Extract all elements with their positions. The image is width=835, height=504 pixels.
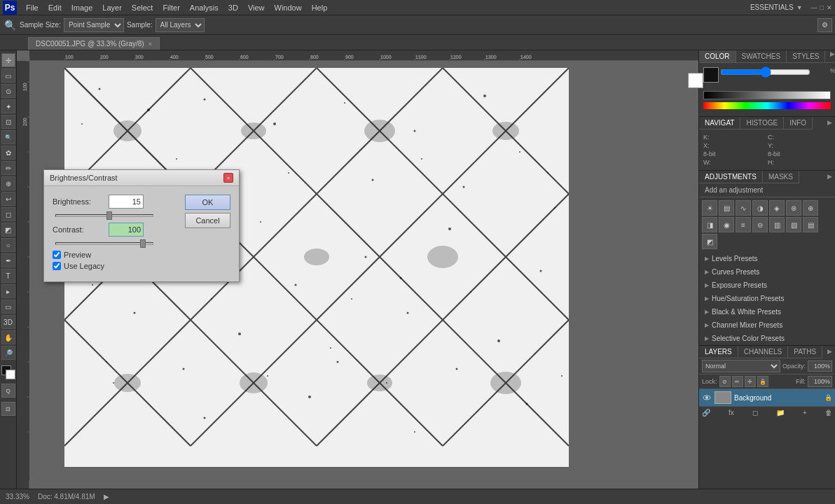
adj-icon-posterize[interactable]: ▥ — [769, 217, 785, 232]
maximize-btn[interactable]: □ — [820, 4, 824, 11]
lock-image-btn[interactable]: ✏ — [732, 376, 743, 387]
brightness-slider-container[interactable] — [53, 214, 172, 217]
foreground-swatch[interactable] — [703, 67, 719, 83]
adj-icon-threshold[interactable]: ▧ — [786, 217, 801, 232]
layer-background[interactable]: Background 🔒 — [699, 389, 835, 406]
menu-image[interactable]: Image — [67, 2, 98, 13]
layer-group-btn[interactable]: 📁 — [776, 409, 785, 416]
quick-mask-btn[interactable]: Q — [1, 384, 15, 398]
adj-item-3[interactable]: ▶ Hue/Saturation Presets — [699, 292, 835, 305]
preview-checkbox[interactable] — [53, 251, 61, 259]
brightness-input[interactable] — [109, 195, 144, 209]
adj-icon-gradient-map[interactable]: ▤ — [803, 217, 818, 232]
dialog-titlebar[interactable]: Brightness/Contrast × — [44, 170, 239, 186]
adj-icon-invert[interactable]: ⊖ — [752, 217, 768, 232]
tool-clone-stamp[interactable]: ⊕ — [1, 176, 15, 190]
sample-select[interactable]: All Layers — [156, 18, 205, 32]
tab-paths[interactable]: PATHS — [788, 346, 822, 358]
tool-hand[interactable]: ✋ — [1, 330, 15, 344]
adj-item-1[interactable]: ▶ Curves Presets — [699, 265, 835, 279]
background-swatch[interactable] — [688, 73, 703, 88]
adj-item-6[interactable]: ▶ Selective Color Presets — [699, 332, 835, 345]
adj-icon-curves[interactable]: ∿ — [736, 200, 751, 216]
tab-histogram[interactable]: HISTOGE — [740, 117, 784, 130]
sample-size-select[interactable]: Point Sample — [64, 18, 124, 32]
ok-button[interactable]: OK — [185, 195, 230, 210]
brightness-slider-thumb[interactable] — [106, 211, 112, 220]
contrast-slider-container[interactable] — [53, 242, 172, 245]
menu-select[interactable]: Select — [127, 2, 158, 13]
adjustments-panel-arrow[interactable]: ▶ — [824, 171, 835, 183]
tool-rectangle-select[interactable]: ▭ — [1, 69, 15, 83]
layer-link-btn[interactable]: 🔗 — [702, 409, 710, 416]
layer-new-btn[interactable]: + — [803, 409, 807, 416]
slider-s[interactable] — [720, 69, 810, 75]
menu-edit[interactable]: Edit — [43, 2, 67, 13]
tool-type[interactable]: T — [1, 269, 15, 283]
menu-layer[interactable]: Layer — [97, 2, 127, 13]
adj-icon-colorbalance[interactable]: ⊕ — [803, 200, 818, 216]
tab-adjustments[interactable]: ADJUSTMENTS — [699, 171, 763, 183]
layers-panel-arrow[interactable]: ▶ — [824, 346, 835, 358]
menu-view[interactable]: View — [243, 2, 270, 13]
adj-item-4[interactable]: ▶ Black & White Presets — [699, 305, 835, 318]
tool-magic-wand[interactable]: ✦ — [1, 99, 15, 113]
tool-eyedropper-tool[interactable]: 🔍 — [1, 130, 15, 144]
status-arrow[interactable]: ▶ — [104, 493, 109, 500]
tab-color[interactable]: COLOR — [699, 50, 736, 62]
tool-pen[interactable]: ✒ — [1, 253, 15, 267]
tool-move[interactable]: ✛ — [1, 53, 15, 67]
tool-zoom[interactable]: 🔎 — [1, 346, 15, 360]
use-legacy-checkbox[interactable] — [53, 262, 61, 270]
fill-input[interactable] — [808, 376, 832, 387]
layer-visibility-eye[interactable] — [702, 393, 712, 402]
tool-history-brush[interactable]: ↩ — [1, 192, 15, 206]
tab-swatches[interactable]: SWATCHES — [736, 50, 787, 62]
background-color[interactable] — [6, 370, 15, 379]
adj-item-2[interactable]: ▶ Exposure Presets — [699, 279, 835, 292]
workspace-arrow[interactable]: ▼ — [796, 4, 803, 11]
contrast-slider-track[interactable] — [55, 242, 153, 245]
minimize-btn[interactable]: — — [811, 4, 817, 11]
contrast-input[interactable] — [109, 223, 144, 237]
tool-eraser[interactable]: ◻ — [1, 207, 15, 221]
adj-icon-hsl[interactable]: ⊛ — [786, 200, 801, 216]
menu-window[interactable]: Window — [270, 2, 307, 13]
menu-filter[interactable]: Filter — [158, 2, 184, 13]
lock-transparent-btn[interactable]: ⊘ — [719, 376, 731, 387]
tab-layers[interactable]: LAYERS — [699, 346, 738, 358]
tool-path-select[interactable]: ▸ — [1, 284, 15, 298]
adj-icon-selective-color[interactable]: ◩ — [702, 234, 717, 249]
close-btn[interactable]: ✕ — [827, 4, 832, 11]
screen-mode-btn[interactable]: ⊡ — [1, 402, 15, 416]
tab-styles[interactable]: STYLES — [787, 50, 825, 62]
contrast-slider-thumb[interactable] — [140, 239, 146, 248]
lock-position-btn[interactable]: ✛ — [745, 376, 756, 387]
foreground-background-colors[interactable] — [1, 365, 15, 379]
tab-navigator[interactable]: NAVIGAT — [699, 117, 740, 130]
blend-mode-select[interactable]: Normal — [702, 360, 780, 372]
adj-icon-photofilter[interactable]: ◉ — [719, 217, 734, 232]
tool-3d[interactable]: 3D — [1, 315, 15, 329]
brightness-slider-track[interactable] — [55, 214, 153, 217]
document-tab[interactable]: DSC00051.JPG @ 33.3% (Gray/8) × — [28, 37, 160, 50]
adj-item-0[interactable]: ▶ Levels Presets — [699, 252, 835, 265]
layer-delete-btn[interactable]: 🗑 — [825, 409, 832, 416]
color-spectrum-bar[interactable] — [703, 102, 831, 109]
navigator-panel-arrow[interactable]: ▶ — [824, 117, 835, 130]
tool-lasso[interactable]: ⊙ — [1, 84, 15, 98]
layer-mask-btn[interactable]: ◻ — [752, 409, 758, 416]
menu-help[interactable]: Help — [307, 2, 333, 13]
color-gradient-bar[interactable] — [703, 91, 831, 99]
adj-icon-exposure[interactable]: ◑ — [752, 200, 768, 216]
menu-analysis[interactable]: Analysis — [185, 2, 223, 13]
layer-style-btn[interactable]: fx — [729, 409, 734, 416]
dialog-close-btn[interactable]: × — [223, 173, 233, 183]
tab-info[interactable]: INFO — [784, 117, 813, 130]
tool-eyedropper[interactable]: 🔍 — [3, 18, 17, 32]
adj-icon-channelmixer[interactable]: ≡ — [736, 217, 751, 232]
tool-gradient[interactable]: ◩ — [1, 223, 15, 237]
color-panel-arrow[interactable]: ▶ — [830, 50, 835, 62]
cancel-button[interactable]: Cancel — [185, 213, 230, 228]
menu-3d[interactable]: 3D — [223, 2, 243, 13]
